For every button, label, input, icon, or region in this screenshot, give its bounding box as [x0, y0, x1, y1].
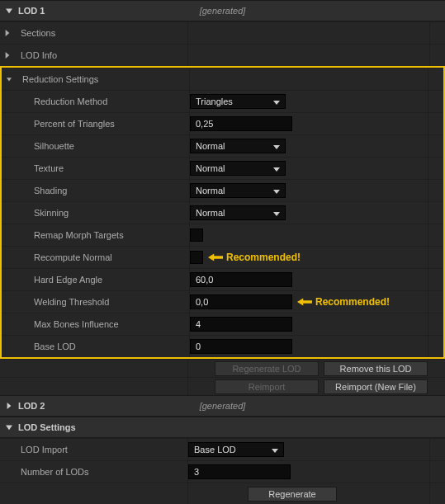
- regenerate-lod-button[interactable]: Regenerate LOD: [215, 361, 319, 376]
- row-label: Hard Edge Angle: [16, 275, 189, 285]
- row-label: Recompute Normal: [16, 252, 189, 262]
- chevron-down-icon: [273, 141, 280, 151]
- row-label: LOD Import: [14, 445, 187, 455]
- input-number-of-lods[interactable]: 3: [188, 464, 291, 479]
- button-label: Reimport: [249, 382, 286, 392]
- input-max-bones[interactable]: 4: [190, 317, 292, 332]
- row-reduction-method: Reduction Method Triangles: [2, 90, 443, 112]
- section-tag: [generated]: [200, 6, 246, 16]
- row-label: Reduction Method: [16, 97, 189, 106]
- dropdown-lod-import[interactable]: Base LOD: [188, 442, 284, 457]
- input-value: 0,25: [196, 119, 213, 129]
- svg-marker-2: [5, 52, 9, 59]
- dropdown-value: Normal: [196, 141, 225, 151]
- button-row-lod: Regenerate LOD Remove this LOD: [0, 359, 445, 377]
- svg-marker-5: [273, 145, 280, 149]
- row-label: Percent of Triangles: [16, 119, 189, 129]
- row-hard-edge: Hard Edge Angle 60,0: [2, 268, 443, 290]
- row-number-of-lods: Number of LODs 3: [0, 460, 445, 483]
- row-reduction-settings[interactable]: Reduction Settings: [2, 68, 443, 90]
- row-label: Sections: [14, 28, 187, 38]
- row-label: Base LOD: [16, 341, 189, 351]
- chevron-down-icon: [273, 163, 280, 173]
- dropdown-value: Normal: [196, 208, 225, 218]
- dropdown-shading[interactable]: Normal: [190, 183, 286, 198]
- input-hard-edge[interactable]: 60,0: [190, 272, 292, 287]
- svg-marker-11: [7, 403, 12, 409]
- button-label: Regenerate: [268, 489, 316, 499]
- svg-marker-4: [273, 101, 280, 105]
- button-label: Regenerate LOD: [232, 364, 301, 374]
- chevron-down-icon: [273, 208, 280, 218]
- button-row-reimport: Reimport Reimport (New File): [0, 377, 445, 395]
- row-base-lod: Base LOD 0: [2, 335, 443, 357]
- annotation-text: Recommended!: [226, 252, 301, 263]
- row-skinning: Skinning Normal: [2, 201, 443, 224]
- chevron-right-icon: [0, 30, 14, 36]
- svg-marker-1: [5, 30, 9, 36]
- row-texture: Texture Normal: [2, 157, 443, 179]
- input-value: 3: [194, 467, 199, 477]
- row-label: Number of LODs: [14, 467, 187, 477]
- dropdown-texture[interactable]: Normal: [190, 161, 286, 176]
- reimport-new-file-button[interactable]: Reimport (New File): [324, 379, 428, 394]
- chevron-down-icon: [272, 445, 278, 455]
- dropdown-value: Normal: [196, 163, 225, 173]
- section-tag: [generated]: [200, 401, 246, 411]
- row-shading: Shading Normal: [2, 179, 443, 201]
- input-welding-threshold[interactable]: 0,0: [190, 294, 292, 309]
- section-header-lod2[interactable]: LOD 2 [generated]: [0, 395, 445, 417]
- row-lod-info[interactable]: LOD Info: [0, 44, 445, 66]
- row-label: Shading: [16, 186, 189, 195]
- row-label: Remap Morph Targets: [16, 230, 189, 240]
- row-label: Max Bones Influence: [16, 319, 189, 329]
- chevron-right-icon: [3, 403, 15, 409]
- chevron-down-icon: [273, 186, 280, 195]
- row-percent-triangles: Percent of Triangles 0,25: [2, 112, 443, 134]
- chevron-down-icon: [273, 97, 280, 106]
- row-label: LOD Info: [14, 50, 187, 60]
- svg-marker-13: [272, 449, 278, 453]
- checkbox-remap-morph[interactable]: [190, 228, 203, 242]
- svg-marker-6: [273, 167, 280, 172]
- section-header-lod-settings[interactable]: LOD Settings: [0, 417, 445, 438]
- dropdown-value: Triangles: [196, 97, 233, 106]
- svg-marker-9: [208, 254, 223, 261]
- row-label: Welding Threshold: [16, 297, 189, 307]
- row-max-bones: Max Bones Influence 4: [2, 313, 443, 335]
- row-sections[interactable]: Sections: [0, 21, 445, 44]
- chevron-down-icon: [3, 424, 15, 431]
- section-title: LOD Settings: [18, 422, 76, 432]
- input-value: 4: [196, 319, 201, 329]
- section-title: LOD 2: [18, 401, 45, 411]
- remove-lod-button[interactable]: Remove this LOD: [324, 361, 428, 376]
- input-value: 0,0: [196, 297, 208, 307]
- dropdown-skinning[interactable]: Normal: [190, 205, 286, 220]
- section-header-lod1[interactable]: LOD 1 [generated]: [0, 0, 445, 21]
- reimport-button[interactable]: Reimport: [215, 379, 319, 394]
- button-label: Reimport (New File): [335, 382, 416, 392]
- annotation-text: Recommended!: [315, 296, 390, 308]
- input-base-lod[interactable]: 0: [190, 339, 292, 354]
- svg-marker-7: [273, 190, 280, 194]
- regenerate-button[interactable]: Regenerate: [248, 487, 337, 502]
- dropdown-silhouette[interactable]: Normal: [190, 139, 286, 153]
- row-label: Reduction Settings: [16, 74, 189, 84]
- checkbox-recompute-normal[interactable]: [190, 251, 203, 264]
- highlight-reduction-settings: Reduction Settings Reduction Method Tria…: [0, 66, 445, 359]
- dropdown-reduction-method[interactable]: Triangles: [190, 94, 286, 109]
- svg-marker-8: [273, 212, 280, 216]
- row-label: Silhouette: [16, 141, 189, 151]
- row-remap-morph: Remap Morph Targets: [2, 224, 443, 246]
- svg-marker-0: [6, 9, 12, 14]
- row-welding-threshold: Welding Threshold 0,0 Recommended!: [2, 290, 443, 313]
- section-title: LOD 1: [18, 6, 45, 16]
- input-value: 0: [196, 341, 201, 351]
- svg-marker-10: [297, 299, 312, 306]
- row-silhouette: Silhouette Normal: [2, 134, 443, 157]
- annotation-recommended: Recommended!: [208, 252, 301, 263]
- arrow-left-icon: [208, 253, 223, 261]
- dropdown-value: Base LOD: [194, 445, 236, 455]
- input-percent-triangles[interactable]: 0,25: [190, 116, 292, 131]
- row-label: Texture: [16, 163, 189, 173]
